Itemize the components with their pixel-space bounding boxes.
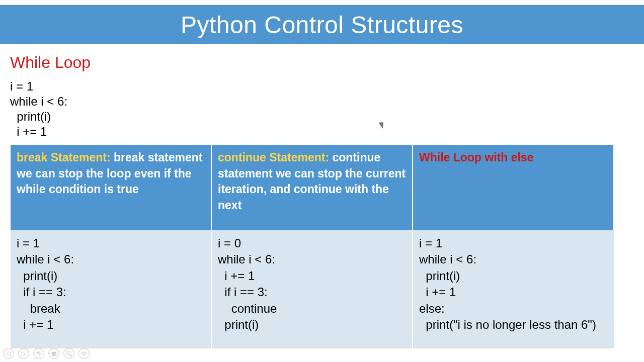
intro-code: i = 1 while i < 6: print(i) i += 1 xyxy=(10,79,634,139)
header-key-else: While Loop with else xyxy=(419,151,533,164)
title-band: Python Control Structures xyxy=(0,5,644,44)
header-key-continue: continue Statement: xyxy=(218,151,329,164)
slideshow-controls: ◁ ▷ ✎ ▦ 🔍 ⟳ xyxy=(3,348,90,359)
header-key-break: break Statement: xyxy=(17,151,111,164)
header-continue: continue Statement: continue statement w… xyxy=(212,145,413,230)
next-slide-button[interactable]: ▷ xyxy=(18,348,29,359)
code-continue: i = 0 while i < 6: i += 1 if i == 3: con… xyxy=(212,230,413,348)
more-button[interactable]: ⟳ xyxy=(78,348,90,359)
prev-slide-button[interactable]: ◁ xyxy=(3,348,14,359)
header-else: While Loop with else xyxy=(413,145,614,230)
all-slides-button[interactable]: ▦ xyxy=(48,348,59,359)
code-else: i = 1 while i < 6: print(i) i += 1 else:… xyxy=(413,230,614,348)
header-break: break Statement: break statement we can … xyxy=(11,145,212,230)
content-area: While Loop i = 1 while i < 6: print(i) i… xyxy=(0,44,644,349)
slide-page: Python Control Structures While Loop i =… xyxy=(0,0,644,362)
comparison-table: break Statement: break statement we can … xyxy=(10,144,616,349)
code-break: i = 1 while i < 6: print(i) if i == 3: b… xyxy=(11,230,212,348)
top-gap xyxy=(0,0,644,5)
pen-button[interactable]: ✎ xyxy=(33,348,44,359)
slide-title: Python Control Structures xyxy=(181,11,463,39)
zoom-button[interactable]: 🔍 xyxy=(63,348,74,359)
section-heading: While Loop xyxy=(10,53,634,72)
